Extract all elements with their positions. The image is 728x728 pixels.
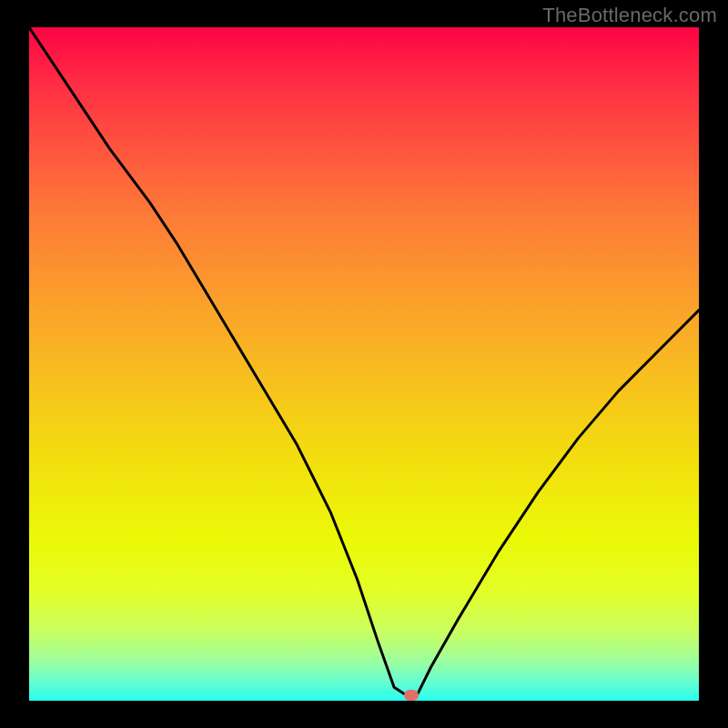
optimal-point-marker [404,690,419,701]
curve-svg [29,27,699,701]
bottleneck-curve [29,27,699,694]
plot-area [29,27,699,701]
chart-frame: TheBottleneck.com [0,0,728,728]
watermark-text: TheBottleneck.com [542,4,717,27]
